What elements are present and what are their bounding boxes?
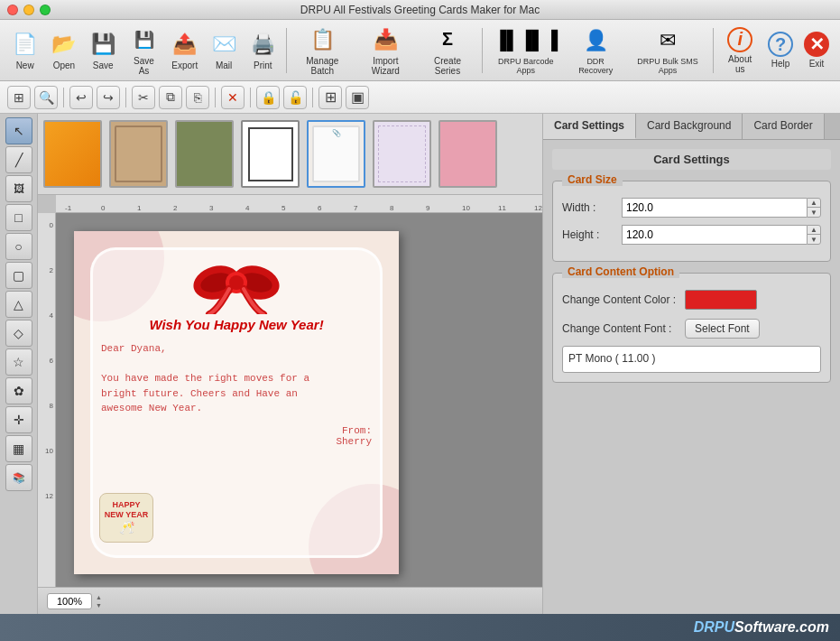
book-tool[interactable]: 📚 <box>5 464 32 491</box>
save-as-icon: 💾 <box>130 25 159 54</box>
redo-button[interactable]: ↪ <box>97 86 120 109</box>
manage-batch-icon: 📋 <box>308 25 337 54</box>
lock-button[interactable]: 🔒 <box>256 86 280 109</box>
create-series-button[interactable]: Σ Create Series <box>419 22 476 79</box>
triangle-tool[interactable]: △ <box>5 291 32 318</box>
card-sticker: HAPPY NEW YEAR 🥂 <box>99 493 153 543</box>
height-arrows[interactable]: ▲ ▼ <box>807 225 821 245</box>
new-button[interactable]: 📄 New <box>7 26 42 74</box>
select-tool[interactable]: ↖ <box>5 117 32 144</box>
zoom-input[interactable] <box>47 593 92 609</box>
tab-card-border[interactable]: Card Border <box>743 114 824 139</box>
close-button[interactable] <box>7 5 18 15</box>
width-down-arrow[interactable]: ▼ <box>808 208 820 217</box>
ruler-tick: 11 <box>498 205 506 212</box>
help-button[interactable]: ? Help <box>764 28 797 72</box>
card-size-section: Card Size Width : ▲ ▼ Height : <box>552 181 831 262</box>
barcode-apps-button[interactable]: ▐▌▐▌▐ DRPU Barcode Apps <box>488 23 564 79</box>
minimize-button[interactable] <box>23 5 34 15</box>
open-button[interactable]: 📂 Open <box>46 26 81 74</box>
save-as-button[interactable]: 💾 Save As <box>125 22 163 79</box>
ruler-horizontal: -1 0 1 2 3 4 5 6 7 8 9 10 11 12 <box>56 195 542 213</box>
greeting-card[interactable]: Wish You Happy New Year! Dear Dyana,You … <box>74 231 399 574</box>
ellipse-tool[interactable]: ○ <box>5 233 32 260</box>
footer-brand: DRPUSoftware.com <box>694 619 829 636</box>
ruler-tick: 5 <box>282 205 285 212</box>
window-controls[interactable] <box>7 5 51 15</box>
select-all-button[interactable]: ⊞ <box>7 86 31 109</box>
template-5[interactable]: 📎 <box>307 120 365 188</box>
new-icon: 📄 <box>11 30 40 59</box>
height-stepper-group: ▲ ▼ <box>622 225 821 245</box>
line-tool[interactable]: ╱ <box>5 146 32 173</box>
ruler-tick: -1 <box>65 205 71 212</box>
rect-tool[interactable]: □ <box>5 204 32 231</box>
paste-button[interactable]: ⎘ <box>186 86 209 109</box>
cross-tool[interactable]: ✛ <box>5 406 32 433</box>
card-body: Dear Dyana,You have made the right moves… <box>101 341 372 416</box>
import-wizard-button[interactable]: 📥 Import Wizard <box>356 22 415 79</box>
ruler-tick: 8 <box>390 205 393 212</box>
app-title: DRPU All Festivals Greeting Cards Maker … <box>300 4 540 16</box>
rounded-rect-tool[interactable]: ▢ <box>5 262 32 289</box>
template-6[interactable] <box>373 120 431 188</box>
zoom-stepper[interactable]: ▲ ▼ <box>96 593 102 609</box>
zoom-down[interactable]: ▼ <box>96 601 102 609</box>
star-tool[interactable]: ☆ <box>5 348 32 376</box>
diamond-tool[interactable]: ◇ <box>5 320 32 347</box>
canvas-scroll[interactable]: Wish You Happy New Year! Dear Dyana,You … <box>56 213 542 587</box>
width-input[interactable] <box>622 198 807 218</box>
exit-button[interactable]: ✕ Exit <box>800 28 833 72</box>
texture-tool[interactable]: ▦ <box>5 435 32 462</box>
width-row: Width : ▲ ▼ <box>562 198 821 218</box>
print-button[interactable]: 🖨️ Print <box>245 26 281 74</box>
cut-button[interactable]: ✂ <box>132 86 155 109</box>
tab-card-settings[interactable]: Card Settings <box>543 114 636 139</box>
ruler-tick: 6 <box>50 358 53 365</box>
template-3[interactable] <box>175 120 234 188</box>
unlock-button[interactable]: 🔓 <box>283 86 307 109</box>
bulk-sms-icon: ✉ <box>653 26 682 55</box>
undo-button[interactable]: ↩ <box>69 86 93 109</box>
height-input[interactable] <box>622 225 807 245</box>
about-button[interactable]: i About us <box>719 23 761 78</box>
height-up-arrow[interactable]: ▲ <box>808 226 820 235</box>
secondary-sep-3 <box>215 88 216 107</box>
maximize-button[interactable] <box>40 5 51 15</box>
help-icon: ? <box>768 32 793 57</box>
content-color-button[interactable] <box>685 290 757 310</box>
manage-batch-button[interactable]: 📋 Manage Batch <box>292 22 353 79</box>
gear-tool[interactable]: ✿ <box>5 377 32 404</box>
zoom-up[interactable]: ▲ <box>96 593 102 601</box>
template-1[interactable] <box>43 120 102 188</box>
settings-content: Card Settings Card Size Width : ▲ ▼ <box>543 140 840 614</box>
export-button[interactable]: 📤 Export <box>167 26 202 74</box>
template-7[interactable] <box>438 120 497 188</box>
template-2[interactable] <box>109 120 168 188</box>
tab-bar: Card Settings Card Background Card Borde… <box>543 114 840 140</box>
grid-button[interactable]: ⊞ <box>318 86 342 109</box>
delete-button[interactable]: ✕ <box>221 86 245 109</box>
border-button[interactable]: ▣ <box>346 86 369 109</box>
tab-card-background[interactable]: Card Background <box>636 114 743 139</box>
app-footer: DRPUSoftware.com <box>0 614 840 641</box>
tools-panel: ↖ ╱ 🖼 □ ○ ▢ △ ◇ ☆ ✿ ✛ ▦ 📚 <box>0 114 38 614</box>
ddr-recovery-icon: 👤 <box>581 26 610 55</box>
copy-button[interactable]: ⧉ <box>159 86 182 109</box>
ruler-tick: 1 <box>137 205 141 212</box>
width-up-arrow[interactable]: ▲ <box>808 199 820 208</box>
select-font-button[interactable]: Select Font <box>685 319 760 339</box>
template-4[interactable] <box>241 120 300 188</box>
save-button[interactable]: 💾 Save <box>86 26 121 74</box>
toolbar-separator-2 <box>482 28 483 73</box>
bulk-sms-button[interactable]: ✉ DRPU Bulk SMS Apps <box>628 23 708 79</box>
mail-button[interactable]: ✉️ Mail <box>206 26 241 74</box>
ruler-tick: 0 <box>50 222 53 229</box>
height-down-arrow[interactable]: ▼ <box>808 235 820 244</box>
zoom-button[interactable]: 🔍 <box>34 86 58 109</box>
ddr-recovery-button[interactable]: 👤 DDR Recovery <box>568 23 624 79</box>
card-size-label: Card Size <box>562 173 623 186</box>
image-tool[interactable]: 🖼 <box>5 175 32 202</box>
ruler-tick: 4 <box>245 205 249 212</box>
width-arrows[interactable]: ▲ ▼ <box>807 198 821 218</box>
